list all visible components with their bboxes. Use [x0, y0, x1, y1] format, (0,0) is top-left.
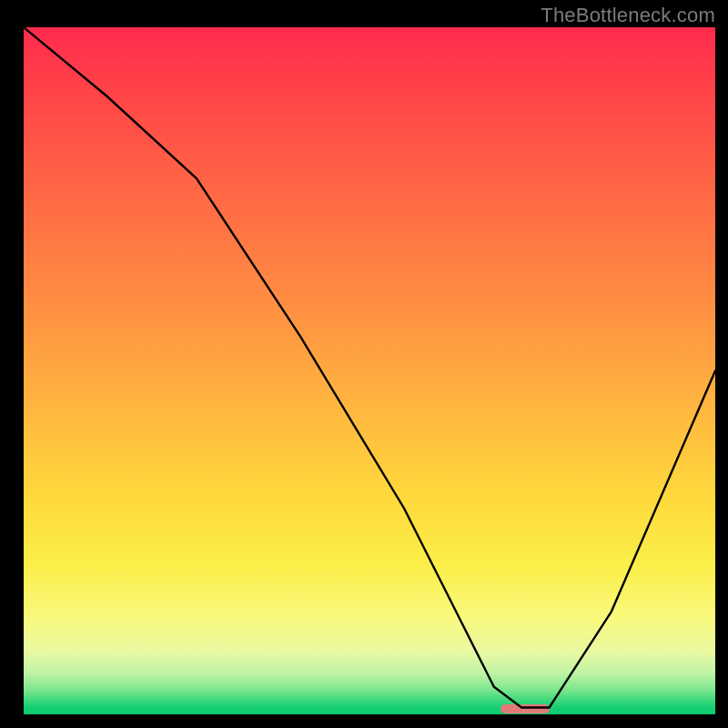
chart-frame: TheBottleneck.com [0, 0, 728, 728]
watermark-text: TheBottleneck.com [541, 4, 715, 27]
curve-path [24, 27, 715, 708]
bottleneck-curve [24, 27, 715, 714]
plot-area [24, 27, 715, 714]
